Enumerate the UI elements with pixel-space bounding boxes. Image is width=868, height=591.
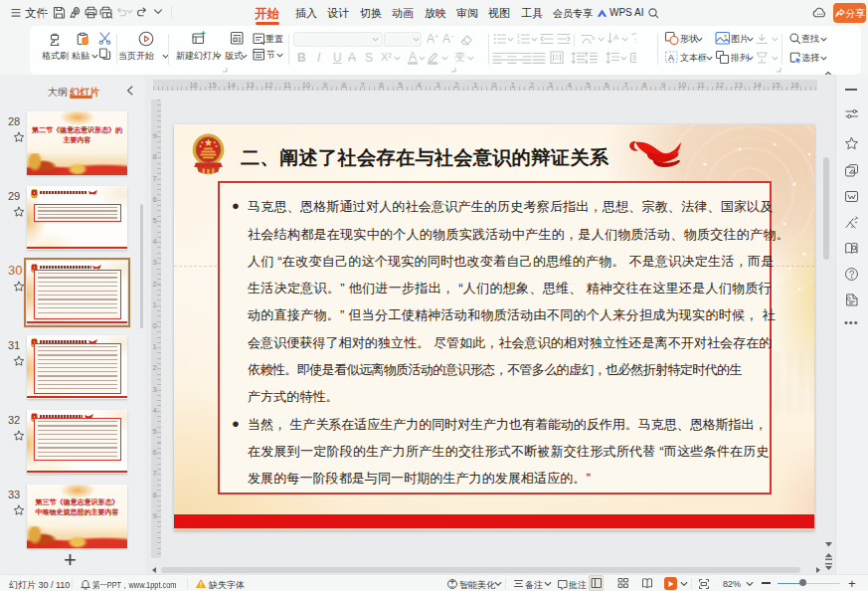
svg-text:变: 变	[454, 51, 465, 63]
svg-text:1: 1	[517, 33, 520, 39]
svg-text:b: b	[592, 35, 596, 41]
svg-text:2: 2	[517, 39, 520, 45]
svg-text:A: A	[613, 33, 619, 42]
svg-text:A: A	[668, 53, 674, 63]
